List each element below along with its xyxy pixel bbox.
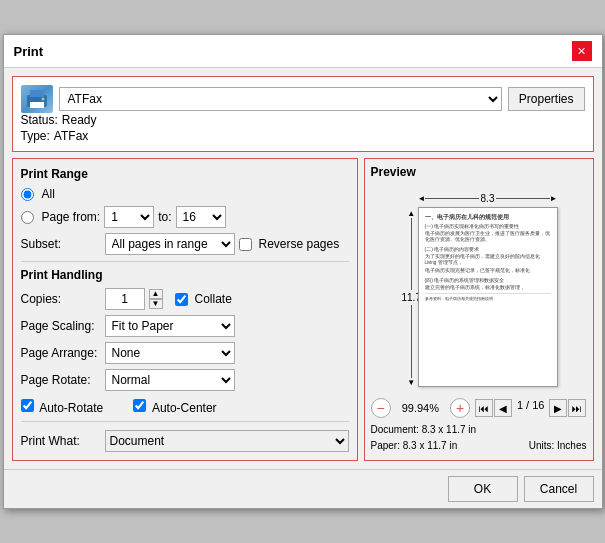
page-indicator: 1 / 16: [513, 399, 549, 417]
copies-up-btn[interactable]: ▲: [149, 289, 163, 299]
copies-label: Copies:: [21, 292, 101, 306]
copies-down-btn[interactable]: ▼: [149, 299, 163, 309]
page-rotate-select[interactable]: Normal 90° 180° 270°: [105, 369, 235, 391]
print-dialog: Print ✕ ATFax Properties: [3, 34, 603, 509]
zoom-minus-button[interactable]: −: [371, 398, 391, 418]
printer-info: Status: Ready Type: ATFax: [21, 113, 585, 143]
page-arrange-select[interactable]: None: [105, 342, 235, 364]
paper-info: Paper: 8.3 x 11.7 in: [371, 438, 458, 454]
dialog-body: ATFax Properties Status: Ready Type: ATF…: [4, 68, 602, 469]
prev-page-button[interactable]: ◀: [494, 399, 512, 417]
printer-select[interactable]: ATFax: [59, 87, 502, 111]
subset-select[interactable]: All pages in range: [105, 233, 235, 255]
preview-wrapper: ◄ 8.3 ► ▲ 11.7 ▼: [400, 191, 558, 387]
all-label: All: [42, 187, 55, 201]
auto-center-checkbox[interactable]: [133, 399, 146, 412]
page-arrange-row: Page Arrange: None: [21, 342, 349, 364]
divider-2: [21, 421, 349, 422]
page-rotate-label: Page Rotate:: [21, 373, 101, 387]
document-info: Document: 8.3 x 11.7 in: [371, 422, 587, 438]
copies-row: Copies: ▲ ▼ Collate: [21, 288, 349, 310]
left-panel: Print Range All Page from: 1 to: 16: [12, 158, 358, 461]
preview-area: ◄ 8.3 ► ▲ 11.7 ▼: [371, 183, 587, 394]
title-bar-left: Print: [14, 44, 44, 59]
top-dim: ◄ 8.3 ►: [418, 193, 558, 204]
to-select[interactable]: 16: [176, 206, 226, 228]
print-what-label: Print What:: [21, 434, 101, 448]
page-rotate-row: Page Rotate: Normal 90° 180° 270°: [21, 369, 349, 391]
next-page-button[interactable]: ▶: [549, 399, 567, 417]
auto-rotate-label: Auto-Rotate: [21, 399, 104, 415]
preview-paper: 一、电子病历在儿科的规范使用 (一) 电子病历实现标准化病历书写的重要性 电子病…: [418, 207, 558, 387]
close-button[interactable]: ✕: [572, 41, 592, 61]
all-radio[interactable]: [21, 188, 34, 201]
ok-button[interactable]: OK: [448, 476, 518, 502]
printer-status-row: Status: Ready: [21, 113, 585, 127]
auto-rotate-checkbox[interactable]: [21, 399, 34, 412]
print-what-row: Print What: Document: [21, 430, 349, 452]
main-content: Print Range All Page from: 1 to: 16: [12, 158, 594, 461]
preview-content: 一、电子病历在儿科的规范使用 (一) 电子病历实现标准化病历书写的重要性 电子病…: [419, 208, 557, 308]
reverse-pages-label: Reverse pages: [259, 237, 340, 251]
collate-label: Collate: [195, 292, 232, 306]
first-page-button[interactable]: ⏮: [475, 399, 493, 417]
from-select[interactable]: 1: [104, 206, 154, 228]
cancel-button[interactable]: Cancel: [524, 476, 594, 502]
zoom-level: 99.94%: [395, 402, 445, 414]
status-value: Ready: [62, 113, 97, 127]
nav-controls: ⏮ ◀ 1 / 16 ▶ ⏭: [475, 399, 587, 417]
zoom-plus-button[interactable]: +: [450, 398, 470, 418]
type-label: Type:: [21, 129, 50, 143]
printer-icon: [21, 85, 53, 113]
properties-button[interactable]: Properties: [508, 87, 585, 111]
print-what-select[interactable]: Document: [105, 430, 349, 452]
paper-units-row: Paper: 8.3 x 11.7 in Units: Inches: [371, 438, 587, 454]
page-from-radio[interactable]: [21, 211, 34, 224]
svg-rect-1: [30, 90, 44, 97]
units-info: Units: Inches: [529, 438, 587, 454]
type-value: ATFax: [54, 129, 88, 143]
status-label: Status:: [21, 113, 58, 127]
copies-spinner: ▲ ▼: [149, 289, 163, 309]
reverse-pages-checkbox[interactable]: [239, 238, 252, 251]
printer-bar: ATFax Properties: [21, 85, 585, 113]
dialog-footer: OK Cancel: [4, 469, 602, 508]
page-from-row: Page from: 1 to: 16: [21, 206, 349, 228]
collate-checkbox[interactable]: [175, 293, 188, 306]
dialog-title: Print: [14, 44, 44, 59]
preview-title: Preview: [371, 165, 587, 179]
page-arrange-label: Page Arrange:: [21, 346, 101, 360]
preview-controls: − 99.94% + ⏮ ◀ 1 / 16 ▶ ⏭: [371, 398, 587, 418]
preview-info: Document: 8.3 x 11.7 in Paper: 8.3 x 11.…: [371, 422, 587, 454]
copies-input[interactable]: [105, 288, 145, 310]
print-handling-title: Print Handling: [21, 268, 349, 282]
page-from-label: Page from:: [42, 210, 101, 224]
printer-section: ATFax Properties Status: Ready Type: ATF…: [12, 76, 594, 152]
title-bar: Print ✕: [4, 35, 602, 68]
page-scaling-row: Page Scaling: Fit to Paper None Fit to W…: [21, 315, 349, 337]
subset-label: Subset:: [21, 237, 101, 251]
printer-type-row: Type: ATFax: [21, 129, 585, 143]
page-scaling-select[interactable]: Fit to Paper None Fit to Width: [105, 315, 235, 337]
printer-svg: [25, 89, 49, 109]
right-panel: Preview ◄ 8.3 ► ▲: [364, 158, 594, 461]
divider-1: [21, 261, 349, 262]
auto-options-row: Auto-Rotate Auto-Center: [21, 399, 349, 415]
svg-rect-2: [30, 102, 44, 108]
svg-point-3: [41, 98, 44, 101]
to-label: to:: [158, 210, 171, 224]
last-page-button[interactable]: ⏭: [568, 399, 586, 417]
print-range-title: Print Range: [21, 167, 349, 181]
subset-row: Subset: All pages in range Reverse pages: [21, 233, 349, 255]
auto-center-label: Auto-Center: [133, 399, 216, 415]
all-radio-row: All: [21, 187, 349, 201]
page-scaling-label: Page Scaling:: [21, 319, 101, 333]
